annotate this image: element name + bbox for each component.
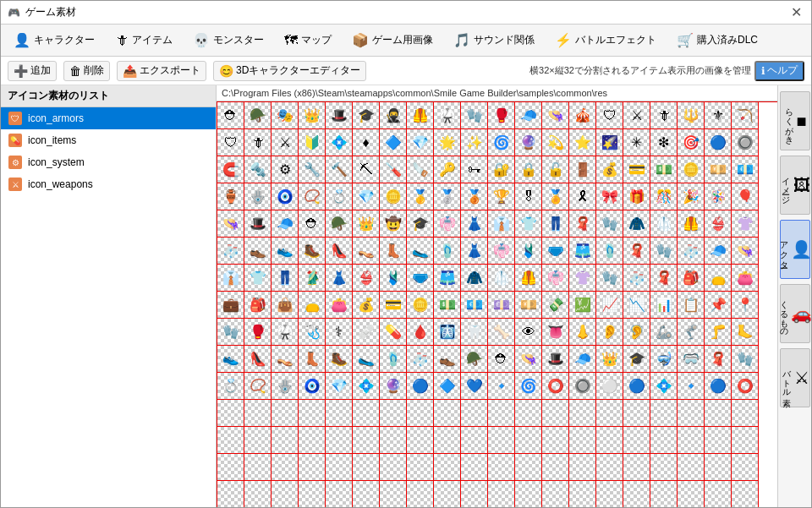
grid-cell[interactable]: 🦻 (623, 319, 650, 346)
grid-cell[interactable]: 💶 (461, 292, 488, 319)
grid-cell[interactable]: 🎯 (678, 129, 705, 156)
grid-cell[interactable] (434, 400, 461, 427)
grid-cell[interactable] (732, 427, 759, 454)
grid-cell[interactable] (272, 454, 299, 481)
grid-cell[interactable]: ⭐ (569, 129, 596, 156)
grid-cell[interactable]: 🧦 (678, 238, 705, 265)
right-btn-actor[interactable]: 👤 アクター (780, 220, 810, 279)
grid-cell[interactable]: 🧢 (569, 346, 596, 373)
grid-cell[interactable]: 🩴 (434, 238, 461, 265)
grid-cell[interactable]: 🎀 (596, 183, 623, 210)
grid-cell[interactable]: 🔰 (299, 129, 326, 156)
grid-cell[interactable]: 🦺 (678, 210, 705, 238)
grid-cell[interactable]: 🔨 (326, 156, 353, 183)
grid-cell[interactable]: 🎈 (732, 183, 759, 210)
grid-cell[interactable] (326, 454, 353, 481)
grid-cell[interactable]: 👕 (244, 265, 272, 292)
tab-battle-effect[interactable]: ⚡ バトルエフェクト (546, 28, 666, 53)
grid-cell[interactable] (515, 454, 542, 481)
grid-cell[interactable]: 🧥 (623, 210, 650, 238)
grid-cell[interactable]: 💍 (217, 373, 244, 400)
grid-cell[interactable] (542, 454, 569, 481)
grid-cell[interactable]: 👟 (217, 346, 244, 373)
grid-cell[interactable]: 💳 (623, 156, 650, 183)
grid-cell[interactable] (488, 427, 515, 454)
grid-cell[interactable]: 🔹 (678, 373, 705, 400)
grid-cell[interactable]: 💙 (461, 373, 488, 400)
grid-cell[interactable]: 🥻 (299, 265, 326, 292)
grid-cell[interactable]: 👛 (326, 292, 353, 319)
grid-cell[interactable]: ⚕ (326, 319, 353, 346)
grid-cell[interactable]: 🪙 (407, 292, 434, 319)
grid-cell[interactable] (515, 481, 542, 507)
grid-cell[interactable]: 💷 (488, 292, 515, 319)
grid-cell[interactable]: 💴 (515, 292, 542, 319)
grid-cell[interactable]: 🪅 (705, 183, 732, 210)
grid-cell[interactable]: 💠 (353, 373, 380, 400)
grid-cell[interactable] (678, 481, 705, 507)
grid-cell[interactable] (650, 481, 678, 507)
grid-cell[interactable]: 🎭 (272, 102, 299, 129)
grid-cell[interactable] (596, 400, 623, 427)
grid-cell[interactable]: 🤠 (380, 210, 407, 238)
grid-cell[interactable]: 🪖 (244, 102, 272, 129)
grid-cell[interactable]: 🥼 (488, 265, 515, 292)
grid-cell[interactable]: 🧤 (461, 102, 488, 129)
grid-cell[interactable]: 👖 (542, 210, 569, 238)
grid-cell[interactable]: 🔘 (732, 129, 759, 156)
grid-cell[interactable] (272, 481, 299, 507)
grid-cell[interactable] (326, 427, 353, 454)
grid-cell[interactable]: 🧦 (407, 346, 434, 373)
grid-cell[interactable]: 🥼 (650, 210, 678, 238)
grid-cell[interactable]: 👡 (353, 238, 380, 265)
grid-cell[interactable]: 👡 (272, 346, 299, 373)
grid-cell[interactable]: 🌀 (515, 373, 542, 400)
grid-cell[interactable]: 🎓 (407, 210, 434, 238)
grid-cell[interactable] (380, 481, 407, 507)
right-btn-battle[interactable]: ⚔ バトル素 (780, 348, 810, 407)
grid-cell[interactable] (542, 427, 569, 454)
grid-cell[interactable]: 🩲 (542, 238, 569, 265)
grid-cell[interactable] (678, 400, 705, 427)
grid-cell[interactable]: 💵 (650, 156, 678, 183)
grid-cell[interactable] (569, 427, 596, 454)
grid-cell[interactable]: 👞 (434, 346, 461, 373)
grid-cell[interactable]: 🩴 (596, 238, 623, 265)
tab-map[interactable]: 🗺 マップ (275, 28, 341, 53)
right-btn-vehicle[interactable]: 🚗 くるもの (780, 284, 810, 343)
grid-cell[interactable]: 🎖 (515, 183, 542, 210)
grid-cell[interactable]: 🩴 (380, 346, 407, 373)
grid-cell[interactable] (353, 454, 380, 481)
grid-cell[interactable] (380, 427, 407, 454)
grid-cell[interactable]: 🥿 (407, 238, 434, 265)
grid-cell[interactable]: 👝 (705, 265, 732, 292)
grid-cell[interactable]: 🥈 (434, 183, 461, 210)
grid-cell[interactable]: 🔹 (488, 373, 515, 400)
sidebar-item-icon-weapons[interactable]: ⚔ icon_weapons (1, 173, 216, 195)
grid-cell[interactable]: 👢 (299, 346, 326, 373)
grid-cell[interactable]: 🩻 (434, 319, 461, 346)
grid-cell[interactable]: 💶 (732, 156, 759, 183)
grid-cell[interactable] (623, 400, 650, 427)
grid-cell[interactable]: 🧤 (596, 265, 623, 292)
grid-cell[interactable]: 🔓 (542, 156, 569, 183)
grid-cell[interactable]: 🦾 (650, 319, 678, 346)
grid-cell[interactable]: 🔐 (488, 156, 515, 183)
grid-cell[interactable]: 🏅 (542, 183, 569, 210)
grid-cell[interactable] (353, 481, 380, 507)
grid-cell[interactable]: 👔 (488, 210, 515, 238)
grid-cell[interactable]: 💵 (434, 292, 461, 319)
grid-cell[interactable]: 🦺 (515, 265, 542, 292)
grid-cell[interactable]: 👞 (244, 238, 272, 265)
grid-cell[interactable]: 👒 (217, 210, 244, 238)
grid-cell[interactable]: 🦵 (705, 319, 732, 346)
grid-cell[interactable]: ⚙ (272, 156, 299, 183)
grid-cell[interactable] (407, 454, 434, 481)
grid-cell[interactable]: 👒 (542, 102, 569, 129)
grid-cell[interactable] (488, 400, 515, 427)
grid-cell[interactable] (488, 454, 515, 481)
grid-cell[interactable]: 💠 (326, 129, 353, 156)
grid-cell[interactable]: 🗡 (650, 102, 678, 129)
grid-cell[interactable]: 🦴 (488, 319, 515, 346)
grid-cell[interactable] (217, 400, 244, 427)
